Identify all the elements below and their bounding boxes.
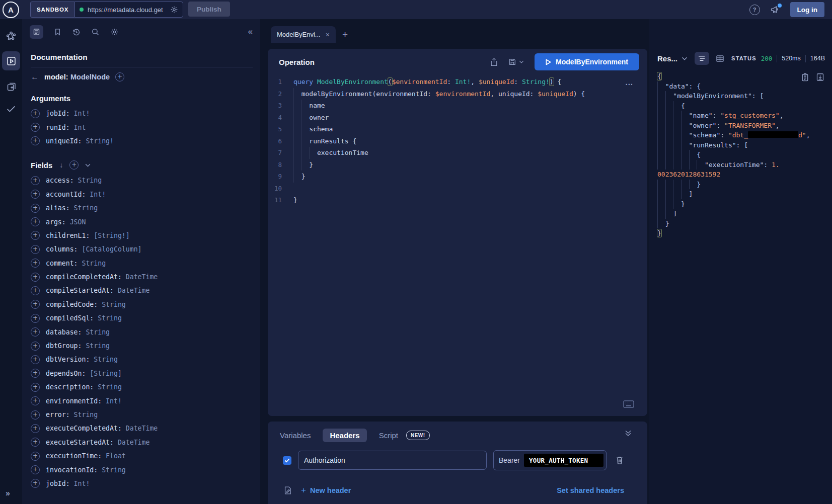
bookmarks-button[interactable] — [54, 28, 61, 36]
add-to-query-button[interactable]: + — [31, 327, 40, 337]
tab-variables[interactable]: Variables — [280, 431, 311, 440]
checklist-nav[interactable] — [6, 103, 17, 114]
add-to-query-button[interactable]: + — [31, 136, 40, 145]
add-to-query-button[interactable]: + — [31, 190, 40, 199]
sort-fields-icon[interactable]: ↓ — [59, 161, 63, 169]
add-to-query-button[interactable]: + — [31, 438, 40, 447]
headers-file-icon[interactable] — [283, 486, 292, 495]
add-type-button[interactable]: + — [115, 72, 124, 81]
search-button[interactable] — [91, 28, 100, 36]
editor-overflow-button[interactable]: ... — [625, 78, 633, 87]
add-to-query-button[interactable]: + — [31, 410, 40, 419]
tab-script[interactable]: Script — [379, 431, 398, 440]
publish-button[interactable]: Publish — [188, 2, 230, 17]
add-to-query-button[interactable]: + — [31, 204, 40, 213]
apollo-logo[interactable]: A — [3, 2, 19, 18]
auth-token-value[interactable]: YOUR_AUTH_TOKEN — [524, 454, 603, 467]
add-to-query-button[interactable]: + — [31, 109, 40, 118]
explorer-nav[interactable] — [2, 51, 20, 70]
announcements-icon[interactable] — [770, 5, 780, 14]
field-name[interactable]: description: String — [46, 383, 122, 391]
field-name[interactable]: childrenL1: [String!] — [46, 232, 130, 239]
field-name[interactable]: dbtVersion: String — [46, 356, 118, 363]
header-enabled-checkbox[interactable] — [283, 456, 291, 465]
add-to-query-button[interactable]: + — [31, 342, 40, 351]
set-shared-headers-button[interactable]: Set shared headers — [557, 486, 624, 494]
add-to-query-button[interactable]: + — [31, 314, 40, 323]
run-operation-button[interactable]: ModelByEnvironment — [535, 53, 639, 70]
operation-editor[interactable]: 1query ModelByEnvironment($environmentId… — [268, 75, 647, 206]
share-operation-icon[interactable] — [490, 58, 498, 66]
add-to-query-button[interactable]: + — [31, 465, 40, 474]
response-title[interactable]: Res... — [657, 54, 677, 63]
add-to-query-button[interactable]: + — [31, 217, 40, 226]
close-tab-icon[interactable]: × — [326, 31, 330, 38]
response-dropdown-chevron-icon[interactable] — [682, 57, 688, 60]
add-to-query-button[interactable]: + — [31, 396, 40, 405]
breadcrumb-type[interactable]: ModelNode — [70, 73, 110, 81]
collapse-panel-button[interactable] — [625, 430, 632, 437]
field-name[interactable]: compileCompletedAt: DateTime — [46, 273, 158, 281]
new-tab-button[interactable]: + — [342, 30, 348, 39]
field-name[interactable]: compiledSql: String — [46, 314, 122, 322]
delete-header-button[interactable] — [616, 456, 624, 465]
breadcrumb-back-button[interactable]: ← — [31, 73, 39, 81]
field-name[interactable]: jobId: Int! — [46, 110, 90, 117]
add-to-query-button[interactable]: + — [31, 231, 40, 240]
history-button[interactable] — [72, 28, 81, 36]
add-to-query-button[interactable]: + — [31, 259, 40, 268]
field-name[interactable]: dependsOn: [String] — [46, 370, 122, 377]
header-key-input[interactable] — [298, 451, 487, 470]
field-name[interactable]: executeStartedAt: DateTime — [46, 439, 149, 446]
login-button[interactable]: Log in — [790, 2, 825, 17]
field-name[interactable]: compiledCode: String — [46, 301, 126, 308]
operation-collections-nav[interactable] — [6, 81, 17, 92]
response-view-table-button[interactable] — [713, 52, 728, 65]
add-to-query-button[interactable]: + — [31, 479, 40, 488]
add-to-query-button[interactable]: + — [31, 123, 40, 132]
header-value-input[interactable]: Bearer YOUR_AUTH_TOKEN — [493, 450, 607, 470]
sandbox-badge[interactable]: SANDBOX — [30, 2, 74, 18]
tab-headers[interactable]: Headers — [323, 429, 366, 442]
field-name[interactable]: runId: Int — [46, 124, 86, 131]
operation-tab[interactable]: ModelByEnvi... × — [271, 26, 336, 43]
field-name[interactable]: dbtGroup: String — [46, 342, 110, 350]
field-name[interactable]: error: String — [46, 411, 98, 418]
add-to-query-button[interactable]: + — [31, 273, 40, 282]
fields-expand-chevron-icon[interactable] — [85, 163, 91, 167]
field-name[interactable]: jobId: Int! — [46, 480, 90, 487]
documentation-tab-button[interactable] — [30, 25, 43, 39]
field-name[interactable]: invocationId: String — [46, 466, 126, 474]
endpoint-settings-gear-icon[interactable] — [170, 6, 178, 14]
help-icon[interactable]: ? — [749, 5, 760, 15]
field-name[interactable]: alias: String — [46, 204, 98, 212]
add-to-query-button[interactable]: + — [31, 176, 40, 185]
add-to-query-button[interactable]: + — [31, 245, 40, 254]
new-header-button[interactable]: + New header — [301, 485, 351, 495]
add-to-query-button[interactable]: + — [31, 424, 40, 433]
field-name[interactable]: compileStartedAt: DateTime — [46, 287, 149, 294]
save-operation-icon[interactable] — [508, 58, 516, 66]
add-to-query-button[interactable]: + — [31, 300, 40, 309]
field-name[interactable]: columns: [CatalogColumn] — [46, 245, 142, 253]
add-to-query-button[interactable]: + — [31, 355, 40, 364]
expand-rail-button[interactable]: » — [6, 489, 10, 498]
save-dropdown-chevron-icon[interactable] — [519, 60, 524, 63]
add-to-query-button[interactable]: + — [31, 383, 40, 392]
field-name[interactable]: access: String — [46, 177, 102, 184]
add-to-query-button[interactable]: + — [31, 286, 40, 295]
settings-button[interactable] — [110, 28, 119, 36]
keyboard-shortcuts-icon[interactable] — [623, 400, 634, 408]
field-name[interactable]: executeCompletedAt: DateTime — [46, 425, 158, 432]
field-name[interactable]: uniqueId: String! — [46, 137, 114, 145]
field-name[interactable]: environmentId: Int! — [46, 397, 122, 405]
response-view-list-button[interactable] — [695, 52, 709, 65]
field-name[interactable]: comment: String — [46, 260, 106, 267]
collapse-docs-panel-button[interactable]: « — [248, 27, 253, 37]
endpoint-url-input[interactable]: https://metadata.cloud.get — [74, 2, 183, 18]
schema-nav[interactable] — [6, 30, 17, 41]
add-to-query-button[interactable]: + — [31, 452, 40, 461]
add-to-query-button[interactable]: + — [31, 369, 40, 378]
add-all-fields-button[interactable]: + — [69, 160, 79, 170]
field-name[interactable]: database: String — [46, 328, 110, 336]
